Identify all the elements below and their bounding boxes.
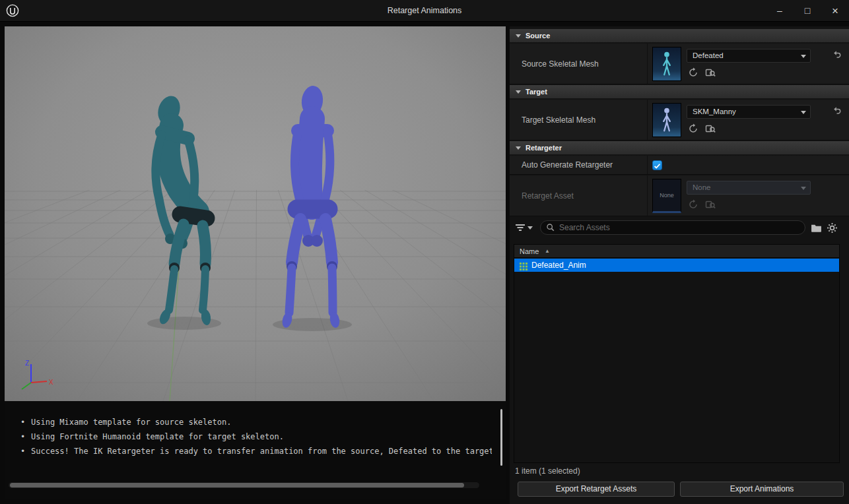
source-mesh-dropdown-value: Defeated xyxy=(693,49,724,62)
column-divider xyxy=(647,156,648,174)
source-mesh-label: Source Skeletal Mesh xyxy=(522,44,599,84)
axis-x-label: X xyxy=(49,379,53,386)
retarget-asset-dropdown: None xyxy=(687,181,811,195)
name-column-label: Name xyxy=(520,245,539,258)
revert-to-default-icon[interactable] xyxy=(832,49,842,59)
sort-ascending-icon: ▲ xyxy=(545,245,550,258)
section-header-source[interactable]: Source xyxy=(510,29,849,43)
minimize-button[interactable]: – xyxy=(766,0,794,22)
auto-generate-label: Auto Generate Retargeter xyxy=(522,156,613,174)
filter-chevron-down-icon[interactable] xyxy=(527,226,533,230)
collapse-arrow-icon xyxy=(516,146,521,150)
search-assets-input[interactable] xyxy=(540,220,805,235)
asset-name: Defeated_Anim xyxy=(531,259,586,272)
source-mesh-thumbnail[interactable] xyxy=(652,47,681,81)
auto-generate-checkbox[interactable] xyxy=(652,160,662,170)
retarget-asset-thumbnail: None xyxy=(652,179,681,213)
asset-list: Name ▲ Defeated_Anim xyxy=(514,244,840,463)
window-controls: – □ × xyxy=(766,0,849,22)
gear-icon[interactable] xyxy=(827,222,838,234)
export-retarget-assets-button[interactable]: Export Retarget Assets xyxy=(518,482,675,497)
name-column-header[interactable]: Name ▲ xyxy=(514,245,839,258)
log-message: Success! The IK Retargeter is ready to t… xyxy=(31,447,492,456)
chevron-down-icon xyxy=(801,187,806,190)
maximize-button[interactable]: □ xyxy=(794,0,821,22)
section-title: Source xyxy=(526,29,550,43)
retarget-asset-dropdown-value: None xyxy=(693,181,711,194)
chevron-down-icon xyxy=(801,55,806,58)
close-button[interactable]: × xyxy=(821,0,849,22)
asset-list-item[interactable]: Defeated_Anim xyxy=(514,259,839,272)
column-divider xyxy=(647,175,648,216)
retarget-animations-window: Retarget Animations – □ × xyxy=(0,0,849,504)
use-selected-asset-icon xyxy=(688,199,698,210)
use-selected-asset-icon[interactable] xyxy=(688,67,698,78)
export-animations-button[interactable]: Export Animations xyxy=(680,482,844,497)
column-divider xyxy=(647,100,648,140)
chevron-down-icon xyxy=(801,111,806,114)
target-mesh-thumbnail[interactable] xyxy=(652,103,681,137)
column-divider xyxy=(647,44,648,84)
retarget-asset-row: Retarget Asset None None xyxy=(510,175,849,216)
details-panel: Source Source Skeletal Mesh Defeated xyxy=(510,26,849,504)
check-icon xyxy=(653,162,662,170)
revert-to-default-icon[interactable] xyxy=(832,105,842,115)
preview-viewport[interactable]: Z X xyxy=(5,26,506,401)
retarget-asset-label: Retarget Asset xyxy=(522,175,574,216)
source-mesh-row: Source Skeletal Mesh Defeated xyxy=(510,44,849,84)
target-mesh-dropdown[interactable]: SKM_Manny xyxy=(687,105,811,119)
browse-to-asset-icon[interactable] xyxy=(705,123,716,134)
auto-generate-row: Auto Generate Retargeter xyxy=(510,156,849,175)
target-mesh-dropdown-value: SKM_Manny xyxy=(693,106,736,118)
use-selected-asset-icon[interactable] xyxy=(688,123,698,134)
window-title: Retarget Animations xyxy=(0,0,849,22)
output-log-panel: Using Mixamo template for source skeleto… xyxy=(5,401,506,499)
target-mesh-label: Target Skeletal Mesh xyxy=(522,100,595,140)
section-header-target[interactable]: Target xyxy=(510,85,849,99)
log-message: Using Fortnite Humanoid template for tar… xyxy=(31,432,284,441)
collapse-arrow-icon xyxy=(516,34,521,38)
source-mesh-dropdown[interactable]: Defeated xyxy=(687,49,811,63)
filter-icon[interactable] xyxy=(515,222,526,233)
log-horizontal-scrollbar-thumb[interactable] xyxy=(10,483,464,488)
log-horizontal-scrollbar[interactable] xyxy=(9,482,479,488)
target-mesh-row: Target Skeletal Mesh SKM_Manny xyxy=(510,100,849,141)
section-title: Target xyxy=(526,85,547,99)
anim-sequence-icon xyxy=(520,261,527,269)
viewport-3d-scene[interactable]: Z X xyxy=(5,26,506,401)
browse-to-asset-icon xyxy=(705,199,716,210)
axis-z-label: Z xyxy=(25,360,29,367)
section-title: Retargeter xyxy=(526,141,562,155)
titlebar[interactable]: Retarget Animations – □ × xyxy=(0,0,849,22)
collapse-arrow-icon xyxy=(516,90,521,94)
bullet-icon xyxy=(20,418,25,427)
selection-status-text: 1 item (1 selected) xyxy=(515,466,580,476)
log-vertical-scrollbar[interactable] xyxy=(500,409,502,466)
bullet-icon xyxy=(20,447,25,456)
section-header-retargeter[interactable]: Retargeter xyxy=(510,141,849,155)
browse-to-asset-icon[interactable] xyxy=(705,67,716,78)
asset-browser-toolbar xyxy=(510,216,849,240)
log-message: Using Mixamo template for source skeleto… xyxy=(31,418,231,427)
bullet-icon xyxy=(20,432,25,441)
folder-icon[interactable] xyxy=(811,222,822,234)
